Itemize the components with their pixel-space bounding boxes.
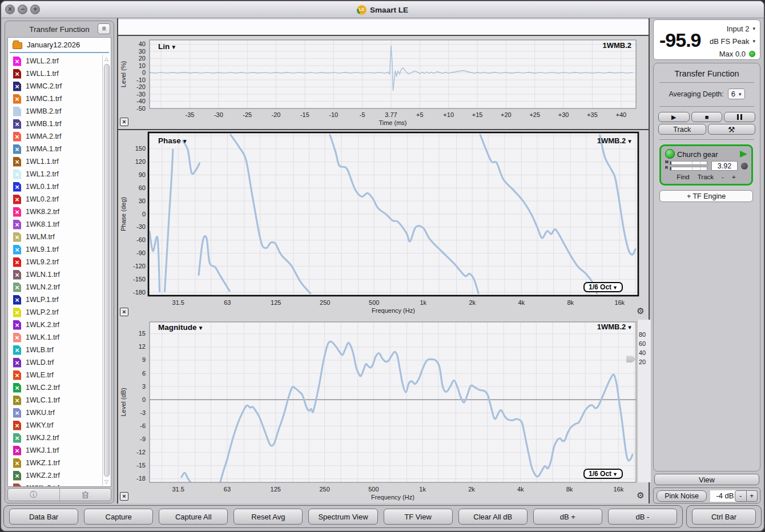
reference-meter-label: R <box>665 166 668 170</box>
impulse-chart-close-button[interactable]: × <box>120 118 128 126</box>
svg-text:+10: +10 <box>443 111 454 118</box>
file-list-item[interactable]: 1WK8.2.trf <box>8 205 102 218</box>
ctrl-bar-group: Ctrl Bar <box>686 505 762 528</box>
file-name: 1WLL.1.trf <box>26 70 59 78</box>
scroll-up-icon[interactable]: △ <box>103 55 110 63</box>
stop-button[interactable]: ■ <box>691 112 723 122</box>
scroll-down-icon[interactable]: ▽ <box>103 478 110 486</box>
file-list-item[interactable]: 1WLP.1.trf <box>8 293 102 306</box>
bottom-bar-button-reset-avg[interactable]: Reset Avg <box>233 509 303 525</box>
trace-file-icon <box>13 320 21 330</box>
file-list-item[interactable]: 1WLL.2.trf <box>8 55 102 67</box>
track-delay-button[interactable]: Track <box>698 174 714 180</box>
file-list-item[interactable]: 1WL0.1.trf <box>8 180 102 193</box>
folder-row[interactable]: January12.2026 <box>8 38 111 52</box>
magnitude-smoothing-dropdown[interactable]: 1/6 Oct <box>583 469 623 479</box>
generator-level-up-button[interactable]: + <box>747 490 758 502</box>
phase-smoothing-dropdown[interactable]: 1/6 Oct <box>583 282 623 292</box>
file-list-item[interactable]: 1WLP.2.trf <box>8 306 102 319</box>
add-tf-engine-button[interactable]: + TF Engine <box>659 190 753 202</box>
averaging-depth-select[interactable]: 6▾ <box>728 88 745 99</box>
pink-noise-button[interactable]: Pink Noise <box>657 490 707 502</box>
file-list-item[interactable]: 1WLD.trf <box>8 356 102 369</box>
svg-text:30: 30 <box>139 48 146 55</box>
file-list-item[interactable]: 1WLN.1.trf <box>8 268 102 281</box>
file-list-item[interactable]: 1WLL.1.trf <box>8 67 102 80</box>
bottom-bar-button-db-[interactable]: dB + <box>533 509 602 525</box>
svg-text:0: 0 <box>142 69 146 76</box>
magnitude-chart-trace-dropdown[interactable]: 1WMB.2 <box>597 323 633 331</box>
file-list-item[interactable]: 1WLM.trf <box>8 231 102 243</box>
file-list-item[interactable]: 1WKZ.1.trf <box>8 457 102 469</box>
svg-text:8k: 8k <box>566 486 573 493</box>
tf-engine-card[interactable]: Church gear M R 3.92 Find Track - + <box>659 144 753 186</box>
file-list-item[interactable]: 1WLE.trf <box>8 369 102 381</box>
phase-chart-close-button[interactable]: × <box>120 308 128 316</box>
file-list-item[interactable]: 1WKZ.2.trf <box>8 469 102 482</box>
engine-play-icon[interactable] <box>740 151 747 158</box>
file-list-item[interactable]: 1WL9.1.trf <box>8 243 102 256</box>
file-list-item[interactable]: 1WMB.2.trf <box>8 105 102 118</box>
svg-text:0: 0 <box>142 211 146 217</box>
magnitude-chart-plot[interactable]: 31.5631252505001k2k4k8k16k15129630-3-6-9… <box>118 320 651 506</box>
file-list-item[interactable]: 1WKJ.2.trf <box>8 432 102 444</box>
meter-unit-select[interactable]: dB FS Peak▾ <box>710 37 755 46</box>
file-list-item[interactable]: 1WLB.trf <box>8 344 102 356</box>
phase-chart-type-dropdown[interactable]: Phase <box>158 136 188 145</box>
file-list-item[interactable]: 1WLK.1.trf <box>8 331 102 344</box>
file-list-item[interactable]: 1WMB.1.trf <box>8 118 102 130</box>
svg-text:16k: 16k <box>614 299 625 306</box>
trace-file-icon <box>13 119 21 129</box>
file-list-item[interactable]: 1WLK.2.trf <box>8 319 102 331</box>
sidebar-menu-button[interactable]: ≡ <box>98 23 110 34</box>
file-list-item[interactable]: 1WKL.2.trf <box>8 482 102 486</box>
file-list-item[interactable]: 1WL0.2.trf <box>8 193 102 205</box>
play-button[interactable]: ▶ <box>658 112 690 122</box>
file-list-item[interactable]: 1WL9.2.trf <box>8 256 102 268</box>
view-button[interactable]: View <box>654 474 759 485</box>
track-button[interactable]: Track <box>658 124 706 135</box>
tools-button[interactable]: ⚒ <box>708 124 756 135</box>
file-delete-button[interactable] <box>59 489 111 501</box>
phase-settings-gear-icon[interactable]: ⚙ <box>635 306 646 316</box>
svg-text:Frequency (Hz): Frequency (Hz) <box>372 307 415 314</box>
file-list-item[interactable]: 1WMC.2.trf <box>8 80 102 92</box>
bottom-bar-button-capture-all[interactable]: Capture All <box>159 509 228 525</box>
file-list-item[interactable]: 1WL1.2.trf <box>8 168 102 180</box>
file-list-scrollbar[interactable]: △ ▽ <box>102 55 110 486</box>
file-list-item[interactable]: 1WMA.1.trf <box>8 143 102 155</box>
input-select[interactable]: Input 2▾ <box>727 24 755 33</box>
bottom-bar-button-capture[interactable]: Capture <box>84 509 153 525</box>
find-delay-button[interactable]: Find <box>677 174 689 180</box>
bottom-bar-button-data-bar[interactable]: Data Bar <box>9 509 78 525</box>
magnitude-chart-type-dropdown[interactable]: Magnitude <box>158 323 204 332</box>
impulse-chart-plot[interactable]: -35-30-25-20-15-10-53.77+5+10+15+20+25+3… <box>118 37 651 130</box>
bottom-bar-button-spectrum-view[interactable]: Spectrum View <box>308 509 377 525</box>
file-list-item[interactable]: 1WKU.trf <box>8 406 102 419</box>
file-list-item[interactable]: 1WLN.2.trf <box>8 281 102 293</box>
delay-value-field[interactable]: 3.92 <box>711 161 738 171</box>
file-list-item[interactable]: 1WMC.1.trf <box>8 92 102 105</box>
ctrl-bar-button[interactable]: Ctrl Bar <box>692 509 756 525</box>
file-list-item[interactable]: 1WLC.2.trf <box>8 381 102 394</box>
delay-plus-button[interactable]: + <box>732 174 736 180</box>
file-info-button[interactable]: ⓘ <box>8 489 59 501</box>
file-list-item[interactable]: 1WKJ.1.trf <box>8 444 102 457</box>
impulse-chart-type-dropdown[interactable]: Lin <box>158 42 176 51</box>
bottom-bar-button-db-[interactable]: dB - <box>608 509 677 525</box>
bottom-bar-button-tf-view[interactable]: TF View <box>384 509 453 525</box>
generator-level-down-button[interactable]: - <box>735 490 747 502</box>
delay-minus-button[interactable]: - <box>722 174 724 180</box>
file-list-item[interactable]: 1WK8.1.trf <box>8 218 102 231</box>
file-list-item[interactable]: 1WL1.1.trf <box>8 155 102 168</box>
magnitude-settings-gear-icon[interactable]: ⚙ <box>635 490 646 501</box>
magnitude-chart-close-button[interactable]: × <box>120 492 128 501</box>
scrollbar-thumb[interactable] <box>104 64 110 477</box>
pause-button[interactable] <box>724 112 755 122</box>
bottom-bar-button-clear-all-db[interactable]: Clear All dB <box>458 509 528 525</box>
phase-chart-plot[interactable]: 31.5631252505001k2k4k8k16k1501209060300-… <box>118 131 651 320</box>
phase-chart-trace-dropdown[interactable]: 1WMB.2 <box>597 136 633 145</box>
file-list-item[interactable]: 1WMA.2.trf <box>8 130 102 143</box>
file-list-item[interactable]: 1WLC.1.trf <box>8 394 102 406</box>
file-list-item[interactable]: 1WKY.trf <box>8 419 102 432</box>
